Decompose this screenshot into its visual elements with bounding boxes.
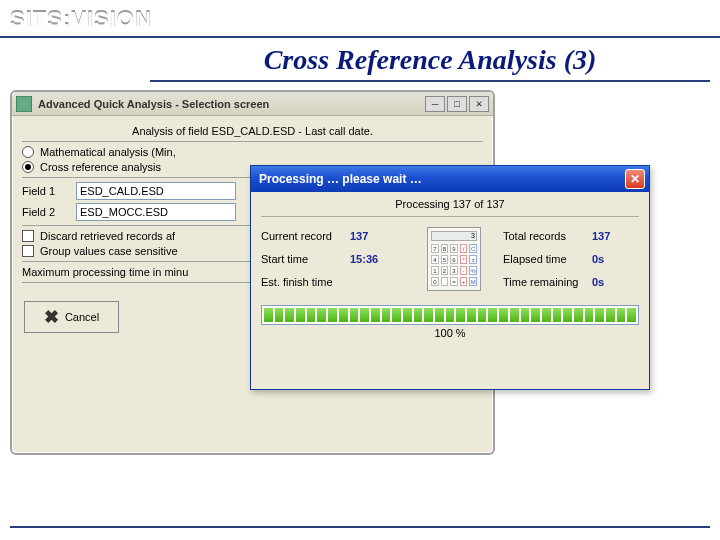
- total-records-label: Total records: [503, 230, 588, 242]
- start-time-label: Start time: [261, 253, 346, 265]
- selection-window-title: Advanced Quick Analysis - Selection scre…: [38, 98, 423, 110]
- current-record-label: Current record: [261, 230, 346, 242]
- processing-close-button[interactable]: ✕: [625, 169, 645, 189]
- app-icon: [16, 96, 32, 112]
- checkbox-discard-label: Discard retrieved records af: [40, 230, 175, 242]
- time-remaining-label: Time remaining: [503, 276, 588, 288]
- progress-percent: 100 %: [261, 327, 639, 339]
- radio-cross-label: Cross reference analysis: [40, 161, 161, 173]
- radio-math-analysis[interactable]: [22, 146, 34, 158]
- start-time-value: 15:36: [350, 253, 405, 265]
- progress-bar: [261, 305, 639, 325]
- checkbox-group-case[interactable]: [22, 245, 34, 257]
- checkbox-discard[interactable]: [22, 230, 34, 242]
- total-records-value: 137: [592, 230, 632, 242]
- est-finish-label: Est. finish time: [261, 276, 346, 288]
- time-remaining-value: 0s: [592, 276, 632, 288]
- footer-rule: [10, 526, 710, 530]
- top-bar: SITS:VISION: [0, 0, 720, 38]
- radio-cross-reference[interactable]: [22, 161, 34, 173]
- elapsed-time-label: Elapsed time: [503, 253, 588, 265]
- checkbox-group-case-label: Group values case sensitive: [40, 245, 178, 257]
- elapsed-time-value: 0s: [592, 253, 632, 265]
- calculator-icon: 3 789/C 456*± 123-% 0.=+M: [427, 227, 481, 291]
- field2-input[interactable]: [76, 203, 236, 221]
- field1-label: Field 1: [22, 185, 70, 197]
- cancel-button-label: Cancel: [65, 311, 99, 323]
- page-title: Cross Reference Analysis (3): [150, 38, 710, 82]
- processing-header: Processing 137 of 137: [261, 196, 639, 217]
- processing-dialog: Processing … please wait … ✕ Processing …: [250, 165, 650, 390]
- radio-math-label: Mathematical analysis (Min,: [40, 146, 176, 158]
- analysis-summary: Analysis of field ESD_CALD.ESD - Last ca…: [132, 125, 373, 137]
- minimize-button[interactable]: —: [425, 96, 445, 112]
- brand-logo: SITS:VISION: [10, 6, 152, 32]
- close-button[interactable]: ✕: [469, 96, 489, 112]
- processing-title: Processing … please wait …: [255, 172, 625, 186]
- selection-titlebar[interactable]: Advanced Quick Analysis - Selection scre…: [12, 92, 493, 116]
- current-record-value: 137: [350, 230, 405, 242]
- max-processing-label: Maximum processing time in minu: [22, 266, 188, 278]
- maximize-button[interactable]: ☐: [447, 96, 467, 112]
- processing-titlebar[interactable]: Processing … please wait … ✕: [251, 166, 649, 192]
- cancel-button[interactable]: ✖ Cancel: [24, 301, 119, 333]
- field2-label: Field 2: [22, 206, 70, 218]
- field1-input[interactable]: [76, 182, 236, 200]
- x-icon: ✖: [44, 306, 59, 328]
